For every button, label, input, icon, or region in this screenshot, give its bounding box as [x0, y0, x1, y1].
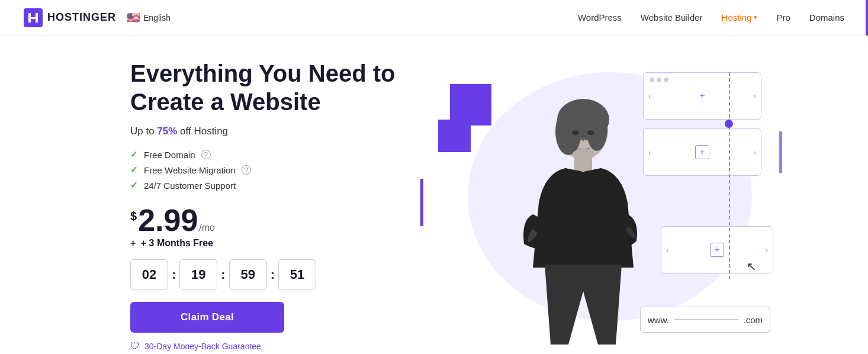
domain-www: www.	[648, 315, 669, 325]
price-display: $ 2.99 /mo	[130, 205, 438, 236]
logo[interactable]: HOSTINGER	[24, 8, 116, 27]
discount-percent: 75%	[157, 125, 177, 137]
box-mid-arrows: ‹ + ›	[644, 129, 761, 175]
logo-text: HOSTINGER	[47, 11, 116, 24]
language-selector[interactable]: 🇺🇸 English	[127, 11, 171, 24]
feature-support: ✓ 24/7 Customer Support	[130, 180, 438, 191]
price-section: $ 2.99 /mo + + 3 Months Free	[130, 205, 438, 249]
shield-icon: 🛡	[130, 341, 140, 352]
main-content: Everything You Need to Create a Website …	[0, 36, 868, 354]
price-amount: 2.99	[138, 205, 198, 236]
countdown-minutes: 19	[179, 259, 217, 290]
feature-free-domain: ✓ Free Domain ?	[130, 149, 438, 160]
purple-line-left	[420, 179, 423, 226]
price-dollar: $	[130, 210, 137, 223]
ui-box-top: ‹ + ›	[643, 72, 761, 120]
info-icon-1[interactable]: ?	[201, 150, 211, 159]
arrow-right-1: ›	[754, 92, 756, 101]
countdown-hours: 02	[130, 259, 168, 290]
box-top-arrows: ‹ + ›	[644, 73, 761, 119]
hero-title: Everything You Need to Create a Website	[130, 59, 438, 116]
features-list: ✓ Free Domain ? ✓ Free Website Migration…	[130, 149, 438, 191]
main-nav: WordPress Website Builder Hosting Pro Do…	[578, 12, 844, 22]
nav-item-website-builder[interactable]: Website Builder	[641, 12, 703, 22]
purple-line-right	[779, 131, 782, 173]
hero-illustration: ‹ + › ‹ + › ‹ + ›	[438, 60, 773, 345]
discount-line: Up to 75% off Hosting	[130, 125, 438, 137]
check-icon-1: ✓	[130, 149, 138, 160]
purple-square-2	[438, 120, 471, 152]
nav-item-pro[interactable]: Pro	[776, 12, 790, 22]
ui-box-mid: ‹ + ›	[643, 128, 761, 176]
plus-icon-3: +	[710, 243, 724, 257]
guarantee-text: 30-Day Money-Back Guarantee	[144, 342, 261, 351]
guarantee-row: 🛡 30-Day Money-Back Guarantee	[130, 341, 438, 352]
hero-left: Everything You Need to Create a Website …	[130, 53, 438, 352]
ui-elements: ‹ + › ‹ + › ‹ + ›	[619, 72, 773, 309]
svg-point-5	[586, 106, 607, 151]
countdown-timer: 02 : 19 : 59 : 51	[130, 259, 438, 290]
dashed-line	[729, 72, 730, 279]
cursor-icon: ↖	[747, 259, 757, 273]
feature-migration: ✓ Free Website Migration ?	[130, 165, 438, 175]
nav-item-wordpress[interactable]: WordPress	[578, 12, 622, 22]
domain-bar: www. .com	[640, 307, 770, 333]
svg-point-7	[587, 130, 594, 135]
months-free: + + 3 Months Free	[130, 238, 438, 249]
countdown-seconds: 59	[229, 259, 267, 290]
hostinger-logo-icon	[24, 8, 43, 27]
countdown-sep-3: :	[271, 267, 275, 282]
plus-icon-2: +	[695, 145, 709, 159]
claim-deal-button[interactable]: Claim Deal	[130, 302, 284, 333]
arrow-right-2: ›	[754, 148, 756, 157]
domain-underline	[674, 319, 739, 320]
countdown-subseconds: 51	[278, 259, 316, 290]
domain-com: .com	[743, 315, 763, 325]
svg-point-6	[572, 130, 579, 135]
language-label: English	[143, 13, 171, 22]
purple-dot	[725, 120, 733, 128]
arrow-left-2: ‹	[648, 148, 651, 157]
nav-item-hosting[interactable]: Hosting	[722, 12, 758, 22]
nav-border-accent	[866, 0, 868, 36]
check-icon-2: ✓	[130, 165, 138, 175]
header: HOSTINGER 🇺🇸 English WordPress Website B…	[0, 0, 868, 36]
plus-icon-1: +	[699, 91, 705, 101]
arrow-left-1: ‹	[648, 92, 651, 101]
nav-item-domains[interactable]: Domains	[809, 12, 844, 22]
flag-icon: 🇺🇸	[127, 11, 140, 24]
price-mo: /mo	[199, 223, 215, 233]
header-left: HOSTINGER 🇺🇸 English	[24, 8, 171, 27]
arrow-left-3: ‹	[666, 246, 668, 255]
svg-point-8	[573, 149, 594, 159]
check-icon-3: ✓	[130, 180, 138, 191]
countdown-sep-2: :	[221, 267, 225, 282]
arrow-right-3: ›	[766, 246, 768, 255]
info-icon-2[interactable]: ?	[242, 165, 251, 175]
countdown-sep-1: :	[172, 267, 176, 282]
